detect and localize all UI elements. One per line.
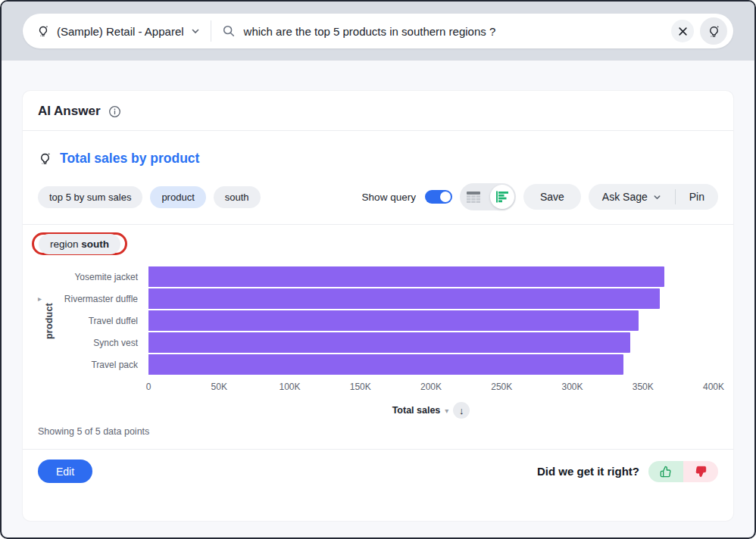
chevron-down-icon xyxy=(191,26,200,36)
bar-track xyxy=(148,310,714,331)
feedback-group: Did we get it right? xyxy=(537,461,718,482)
x-tick-label: 400K xyxy=(703,382,724,392)
caret-down-icon[interactable]: ▾ xyxy=(445,407,448,415)
thumbs-up-icon xyxy=(660,466,672,478)
filter-value: south xyxy=(81,238,109,250)
toolbar-controls: Show query xyxy=(362,183,718,210)
sort-descending-button[interactable]: ↓ xyxy=(453,402,470,419)
bar-track xyxy=(148,354,714,375)
datasource-label: (Sample) Retail - Apparel xyxy=(57,25,184,38)
ask-sage-label: Ask Sage xyxy=(602,191,648,203)
pin-button[interactable]: Pin xyxy=(676,184,718,210)
bar-chart-rows: ▸ product Yosemite jacketRivermaster duf… xyxy=(38,266,718,375)
edit-button[interactable]: Edit xyxy=(38,460,92,483)
search-divider xyxy=(211,20,211,42)
x-tick-label: 0 xyxy=(146,382,152,392)
bar-row: Travel pack xyxy=(38,354,718,375)
answer-title-row: Total sales by product xyxy=(38,151,733,167)
bar-track xyxy=(148,266,714,287)
filter-row: region south xyxy=(32,232,733,255)
region-filter-chip[interactable]: region south xyxy=(39,234,120,254)
x-tick-label: 50K xyxy=(211,382,227,392)
bar-chart-icon xyxy=(495,191,509,203)
save-button[interactable]: Save xyxy=(523,184,581,210)
bar-track xyxy=(148,332,714,353)
page-content: AI Answer Total sales by product xyxy=(2,61,754,521)
bar-label: Travel pack xyxy=(38,360,148,370)
thumbs-down-icon xyxy=(695,466,707,478)
bar-chart: ▸ product Yosemite jacketRivermaster duf… xyxy=(38,266,718,419)
ai-answer-card: AI Answer Total sales by product xyxy=(23,91,733,521)
section-divider xyxy=(23,224,733,225)
spotter-icon xyxy=(38,151,52,166)
highlight-annotation: region south xyxy=(32,232,127,255)
chevron-down-icon xyxy=(653,193,661,201)
search-input[interactable]: which are the top 5 products in southern… xyxy=(222,24,671,38)
search-query-text: which are the top 5 products in southern… xyxy=(244,25,496,38)
bar-row: Travel duffel xyxy=(38,310,718,332)
data-points-note: Showing 5 of 5 data points xyxy=(38,426,733,437)
x-axis-ticks: 050K100K150K200K250K300K350K400K xyxy=(148,380,714,397)
query-chip[interactable]: product xyxy=(150,186,205,208)
card-footer: Edit Did we get it right? xyxy=(23,449,733,483)
chart-view-button[interactable] xyxy=(490,185,514,209)
answer-title: Total sales by product xyxy=(60,151,199,167)
close-icon xyxy=(678,26,688,36)
bar-row: Rivermaster duffle xyxy=(38,288,718,310)
y-axis-title: product xyxy=(44,303,55,339)
toggle-knob xyxy=(440,192,451,202)
show-query-label: Show query xyxy=(362,192,416,203)
bar[interactable] xyxy=(148,310,639,331)
x-tick-label: 200K xyxy=(420,382,442,392)
spotter-submit-button[interactable] xyxy=(700,17,727,45)
x-tick-label: 250K xyxy=(491,382,512,392)
x-axis-title[interactable]: Total sales xyxy=(392,405,441,416)
x-tick-label: 300K xyxy=(561,382,583,392)
expand-axis-icon[interactable]: ▸ xyxy=(38,294,42,303)
bar[interactable] xyxy=(148,354,623,375)
spotter-icon xyxy=(707,24,721,39)
toolbar: top 5 by sum salesproductsouth Show quer… xyxy=(38,183,718,210)
bar-row: Synch vest xyxy=(38,332,718,354)
query-chip[interactable]: south xyxy=(214,186,261,208)
bar-track xyxy=(148,288,714,309)
bar[interactable] xyxy=(148,266,664,287)
table-icon xyxy=(466,191,481,204)
spotter-icon xyxy=(36,24,50,38)
feedback-buttons xyxy=(648,461,718,482)
search-bar: (Sample) Retail - Apparel which are the … xyxy=(23,14,733,48)
app-window: (Sample) Retail - Apparel which are the … xyxy=(0,0,756,539)
thumbs-down-button[interactable] xyxy=(683,461,718,482)
bar[interactable] xyxy=(148,288,660,309)
query-token-chips: top 5 by sum salesproductsouth xyxy=(38,186,261,208)
thumbs-up-button[interactable] xyxy=(648,461,683,482)
x-axis-control: Total sales ▾ ↓ xyxy=(148,402,714,419)
datasource-selector[interactable]: (Sample) Retail - Apparel xyxy=(36,24,211,38)
ask-sage-button[interactable]: Ask Sage xyxy=(589,184,675,210)
x-tick-label: 100K xyxy=(279,382,300,392)
bar[interactable] xyxy=(148,332,630,353)
card-header: AI Answer xyxy=(23,91,733,131)
sage-pin-group: Ask Sage Pin xyxy=(589,184,718,210)
show-query-toggle[interactable] xyxy=(425,190,452,204)
bar-label: Yosemite jacket xyxy=(38,272,148,282)
x-tick-label: 150K xyxy=(350,382,371,392)
view-switcher xyxy=(460,183,516,210)
top-bar: (Sample) Retail - Apparel which are the … xyxy=(2,2,754,61)
clear-search-button[interactable] xyxy=(671,20,694,42)
feedback-question: Did we get it right? xyxy=(537,465,639,478)
table-view-button[interactable] xyxy=(460,183,488,210)
x-tick-label: 350K xyxy=(633,382,654,392)
search-icon xyxy=(222,24,236,38)
pin-label: Pin xyxy=(689,191,704,203)
bar-row: Yosemite jacket xyxy=(38,266,718,288)
query-chip[interactable]: top 5 by sum sales xyxy=(38,186,142,208)
page-title: AI Answer xyxy=(38,104,101,119)
sort-desc-icon: ↓ xyxy=(459,405,464,416)
filter-attribute: region xyxy=(50,238,79,250)
info-icon[interactable] xyxy=(108,105,121,118)
